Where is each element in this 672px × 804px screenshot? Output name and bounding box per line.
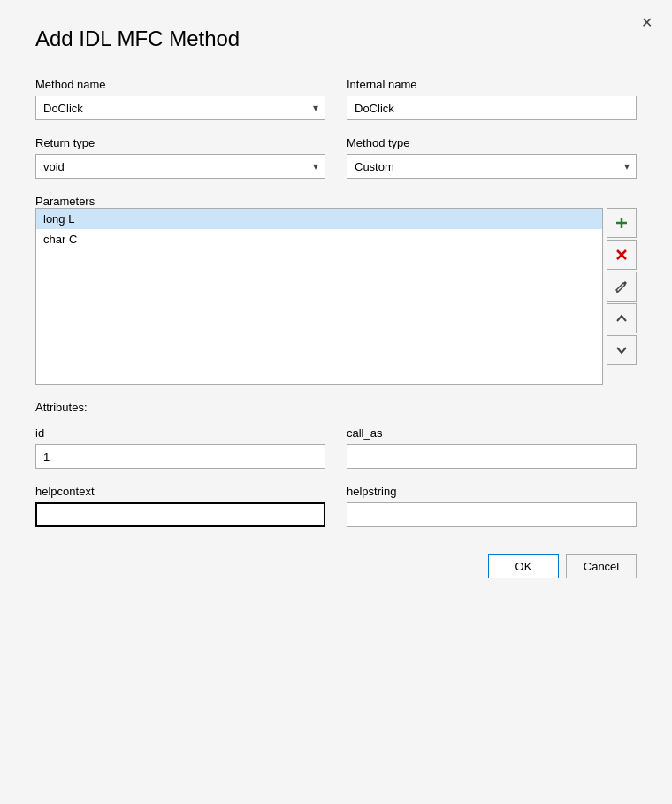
- plus-icon: [615, 216, 629, 230]
- dialog-title: Add IDL MFC Method: [35, 27, 637, 51]
- dialog-footer: OK Cancel: [35, 554, 637, 578]
- return-type-select[interactable]: void: [35, 154, 325, 179]
- internal-name-label: Internal name: [347, 78, 637, 91]
- helpstring-label: helpstring: [347, 485, 637, 498]
- return-type-label: Return type: [35, 136, 325, 149]
- call-as-group: call_as: [347, 426, 637, 469]
- dialog: ✕ Add IDL MFC Method Method name DoClick…: [0, 0, 672, 804]
- helpstring-group: helpstring: [347, 485, 637, 527]
- helpcontext-helpstring-row: helpcontext helpstring: [35, 485, 637, 527]
- method-name-select[interactable]: DoClick: [35, 96, 325, 120]
- return-method-row: Return type void Method type Custom: [35, 136, 637, 179]
- parameters-container: long L char C: [35, 208, 637, 385]
- id-group: id: [35, 426, 325, 469]
- parameters-label: Parameters: [35, 195, 95, 208]
- helpcontext-label: helpcontext: [35, 485, 325, 498]
- helpcontext-group: helpcontext: [35, 485, 325, 527]
- method-type-label: Method type: [347, 136, 637, 149]
- helpstring-input[interactable]: [347, 502, 637, 527]
- helpcontext-input[interactable]: [35, 502, 325, 527]
- id-label: id: [35, 426, 325, 440]
- chevron-up-icon: [615, 311, 629, 325]
- x-icon: [615, 248, 629, 262]
- add-param-button[interactable]: [607, 208, 637, 238]
- id-call-as-row: id call_as: [35, 426, 637, 469]
- return-type-select-wrapper: void: [35, 154, 325, 179]
- param-buttons: [607, 208, 637, 385]
- edit-param-button[interactable]: [607, 272, 637, 302]
- method-type-select-wrapper: Custom: [347, 154, 637, 179]
- attributes-label: Attributes:: [35, 401, 637, 414]
- parameters-section: Parameters long L char C: [35, 195, 637, 385]
- cancel-button[interactable]: Cancel: [566, 554, 637, 578]
- return-type-group: Return type void: [35, 136, 325, 179]
- method-name-group: Method name DoClick: [35, 78, 325, 120]
- pencil-icon: [615, 279, 629, 294]
- ok-button[interactable]: OK: [488, 554, 559, 578]
- method-name-label: Method name: [35, 78, 325, 91]
- internal-name-group: Internal name: [347, 78, 637, 120]
- method-type-group: Method type Custom: [347, 136, 637, 179]
- call-as-label: call_as: [347, 426, 637, 440]
- method-name-select-wrapper: DoClick: [35, 96, 325, 120]
- move-down-button[interactable]: [607, 335, 637, 365]
- remove-param-button[interactable]: [607, 240, 637, 270]
- parameters-list[interactable]: long L char C: [35, 208, 603, 385]
- internal-name-input[interactable]: [347, 96, 637, 120]
- move-up-button[interactable]: [607, 303, 637, 333]
- close-button[interactable]: ✕: [636, 12, 658, 33]
- method-type-select[interactable]: Custom: [347, 154, 637, 179]
- attributes-section: Attributes: id call_as helpcontext helps…: [35, 401, 637, 527]
- id-input[interactable]: [35, 444, 325, 469]
- list-item[interactable]: long L: [36, 209, 602, 229]
- chevron-down-icon: [615, 343, 629, 357]
- call-as-input[interactable]: [347, 444, 637, 469]
- method-internal-row: Method name DoClick Internal name: [35, 78, 637, 120]
- list-item[interactable]: char C: [36, 229, 602, 249]
